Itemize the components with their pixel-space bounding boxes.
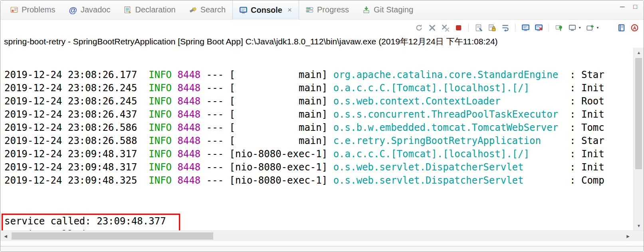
pin-console-button[interactable] bbox=[555, 23, 563, 32]
log-separator: --- bbox=[206, 69, 224, 80]
log-pid: 8448 bbox=[178, 96, 201, 107]
log-line: 2019-12-24 23:08:26.586 INFO 8448 --- [ … bbox=[4, 121, 633, 134]
log-separator: --- bbox=[206, 96, 224, 107]
display-selected-console-button[interactable] bbox=[568, 23, 577, 32]
log-pid: 8448 bbox=[178, 135, 201, 146]
scroll-lock-button[interactable] bbox=[487, 23, 496, 32]
horizontal-scroll-thumb[interactable] bbox=[12, 232, 213, 240]
log-timestamp: 2019-12-24 23:08:26.177 bbox=[4, 69, 137, 80]
tab-declaration[interactable]: Declaration bbox=[117, 0, 182, 19]
tab-console[interactable]: Console × bbox=[232, 0, 299, 20]
log-lines: 2019-12-24 23:08:26.177 INFO 8448 --- [ … bbox=[4, 68, 633, 187]
log-message: : Init bbox=[570, 148, 604, 160]
show-console-stdout-icon bbox=[522, 24, 529, 32]
log-timestamp: 2019-12-24 23:08:26.586 bbox=[4, 122, 137, 133]
remove-launch-button[interactable] bbox=[428, 23, 436, 32]
display-selected-console-icon bbox=[569, 24, 576, 32]
horizontal-scrollbar[interactable]: ◀ ▶ bbox=[0, 230, 633, 241]
log-message: : Root bbox=[570, 96, 604, 107]
open-log-icon bbox=[618, 24, 625, 32]
progress-icon bbox=[306, 6, 313, 14]
view-tab-bar: Problems @ Javadoc Declaration Search Co… bbox=[0, 0, 644, 20]
tab-git-staging[interactable]: Git Staging bbox=[356, 0, 420, 19]
show-console-stderr-button[interactable] bbox=[534, 23, 543, 32]
word-wrap-button[interactable] bbox=[501, 23, 509, 32]
show-console-stdout-button[interactable] bbox=[521, 23, 530, 32]
scroll-lock-icon bbox=[488, 24, 496, 32]
search-icon bbox=[188, 5, 198, 15]
terminate-icon bbox=[455, 24, 462, 32]
vertical-scroll-track[interactable] bbox=[634, 57, 644, 221]
svg-text:A: A bbox=[633, 25, 636, 30]
log-line: 2019-12-24 23:08:26.245 INFO 8448 --- [ … bbox=[4, 95, 633, 108]
log-separator: --- bbox=[206, 82, 224, 94]
javadoc-icon: @ bbox=[69, 6, 77, 14]
ansi-console-button[interactable]: A bbox=[630, 23, 639, 32]
log-separator: --- bbox=[206, 109, 224, 120]
relaunch-button[interactable] bbox=[414, 23, 423, 32]
log-level: INFO bbox=[149, 82, 172, 94]
log-pid: 8448 bbox=[178, 69, 201, 80]
tab-search[interactable]: Search bbox=[182, 0, 232, 19]
clear-console-button[interactable] bbox=[474, 23, 483, 32]
scroll-left-arrow[interactable]: ◀ bbox=[0, 231, 11, 241]
log-message: : Init bbox=[570, 109, 604, 120]
log-level: INFO bbox=[149, 122, 172, 133]
log-separator: --- bbox=[206, 135, 224, 146]
tab-progress[interactable]: Progress bbox=[299, 0, 356, 19]
declaration-icon bbox=[124, 6, 131, 14]
ansi-console-icon: A bbox=[631, 24, 638, 32]
chevron-down-icon[interactable]: ▼ bbox=[578, 26, 581, 30]
log-thread: [nio-8080-exec-1] bbox=[230, 162, 328, 173]
log-line: 2019-12-24 23:08:26.245 INFO 8448 --- [ … bbox=[4, 82, 633, 95]
log-line: 2019-12-24 23:09:48.317 INFO 8448 --- [n… bbox=[4, 161, 633, 174]
console-process-title: spring-boot-retry - SpringBootRetryAppli… bbox=[0, 36, 644, 48]
minimize-view-button[interactable]: ─ bbox=[620, 3, 624, 10]
console-log: 2019-12-24 23:08:26.177 INFO 8448 --- [ … bbox=[0, 48, 633, 230]
close-icon[interactable]: × bbox=[287, 6, 292, 14]
tab-label: Problems bbox=[22, 5, 55, 14]
scroll-down-arrow[interactable]: ▼ bbox=[634, 221, 644, 230]
vertical-scroll-thumb[interactable] bbox=[635, 58, 642, 169]
git-staging-icon bbox=[363, 6, 370, 14]
log-pid: 8448 bbox=[178, 175, 201, 186]
tab-label: Console bbox=[251, 6, 282, 15]
log-pid: 8448 bbox=[178, 148, 201, 160]
horizontal-scroll-track[interactable] bbox=[11, 231, 623, 241]
log-pid: 8448 bbox=[178, 162, 201, 173]
remove-all-terminated-button[interactable] bbox=[441, 23, 450, 32]
view-window-buttons: ─ □ bbox=[620, 0, 644, 19]
tab-label: Search bbox=[200, 5, 226, 14]
log-pid: 8448 bbox=[178, 122, 201, 133]
scroll-right-arrow[interactable]: ▶ bbox=[623, 231, 633, 241]
tab-problems[interactable]: Problems bbox=[4, 0, 62, 19]
console-text-line: service called: 23:09:48.377 bbox=[4, 215, 179, 228]
log-line: 2019-12-24 23:09:48.325 INFO 8448 --- [n… bbox=[4, 174, 633, 187]
tab-javadoc[interactable]: @ Javadoc bbox=[62, 0, 117, 19]
open-console-button[interactable] bbox=[586, 23, 594, 32]
log-logger: o.s.web.context.ContextLoader bbox=[333, 95, 570, 108]
console-text-area[interactable]: 2019-12-24 23:08:26.177 INFO 8448 --- [ … bbox=[0, 48, 633, 230]
log-level: INFO bbox=[149, 69, 172, 80]
problems-icon bbox=[10, 6, 18, 14]
log-timestamp: 2019-12-24 23:08:26.588 bbox=[4, 135, 137, 146]
toolbar-separator bbox=[515, 24, 515, 32]
log-level: INFO bbox=[149, 135, 172, 146]
log-separator: --- bbox=[206, 162, 224, 173]
console-icon bbox=[240, 6, 247, 14]
log-thread: [ main] bbox=[230, 96, 328, 107]
log-thread: [ main] bbox=[230, 135, 328, 146]
maximize-view-button[interactable]: □ bbox=[633, 3, 637, 10]
vertical-scrollbar[interactable]: ▲ ▼ bbox=[633, 48, 644, 230]
open-log-button[interactable] bbox=[617, 23, 626, 32]
log-timestamp: 2019-12-24 23:08:26.437 bbox=[4, 109, 137, 120]
chevron-down-icon[interactable]: ▼ bbox=[596, 26, 599, 30]
scroll-up-arrow[interactable]: ▲ bbox=[634, 48, 644, 57]
log-pid: 8448 bbox=[178, 82, 201, 94]
log-message: : Star bbox=[570, 135, 604, 146]
remove-launch-icon bbox=[428, 24, 436, 32]
log-message: : Tomc bbox=[570, 122, 604, 133]
terminate-button[interactable] bbox=[454, 23, 463, 32]
log-logger: o.a.c.c.C.[Tomcat].[localhost].[/] bbox=[333, 148, 570, 161]
log-thread: [ main] bbox=[230, 109, 328, 120]
